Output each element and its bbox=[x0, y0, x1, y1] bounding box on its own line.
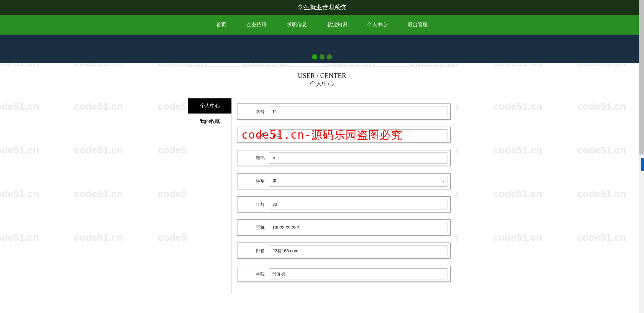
field-student-id: 学号 bbox=[237, 103, 451, 120]
label-phone: 手机 bbox=[240, 225, 269, 231]
section-header: USER / CENTER 个人中心 bbox=[188, 66, 456, 93]
carousel-dot-3[interactable] bbox=[327, 54, 332, 60]
label-password: 密码 bbox=[240, 155, 269, 161]
field-email: 邮箱 bbox=[237, 242, 451, 259]
input-college[interactable] bbox=[269, 268, 447, 279]
input-phone[interactable] bbox=[269, 222, 447, 233]
carousel-dot-2[interactable] bbox=[319, 54, 325, 60]
input-name[interactable] bbox=[269, 129, 447, 140]
label-name: 姓名 bbox=[240, 132, 269, 138]
field-phone: 手机 bbox=[237, 219, 451, 236]
carousel-dots bbox=[312, 54, 332, 60]
section-title-cn: 个人中心 bbox=[188, 80, 456, 88]
label-age: 年龄 bbox=[240, 202, 269, 208]
field-age: 年龄 bbox=[237, 196, 451, 213]
input-email[interactable] bbox=[269, 245, 447, 256]
label-college: 学院 bbox=[240, 271, 269, 277]
sidebar-item-favorites[interactable]: 我的收藏 bbox=[188, 114, 231, 129]
field-gender: 性别 bbox=[237, 173, 451, 189]
input-age[interactable] bbox=[269, 199, 447, 210]
section-title-en: USER / CENTER bbox=[188, 72, 456, 80]
label-student-id: 学号 bbox=[240, 109, 269, 115]
sidebar-item-profile[interactable]: 个人中心 bbox=[188, 98, 231, 114]
field-password: 密码 bbox=[237, 150, 451, 166]
nav-job-info[interactable]: 求职信息 bbox=[277, 15, 317, 35]
input-student-id[interactable] bbox=[269, 106, 447, 117]
scrollbar[interactable] bbox=[639, 0, 644, 294]
system-title: 学生就业管理系统 bbox=[0, 0, 644, 15]
label-email: 邮箱 bbox=[240, 248, 269, 254]
carousel-dot-1[interactable] bbox=[312, 54, 318, 60]
nav-company-recruit[interactable]: 企业招聘 bbox=[236, 15, 277, 35]
main-nav: 首页 企业招聘 求职信息 就业知识 个人中心 后台管理 bbox=[0, 15, 644, 35]
sidebar: 个人中心 我的收藏 bbox=[188, 98, 232, 294]
scroll-thumb[interactable] bbox=[639, 0, 644, 154]
nav-employment-knowledge[interactable]: 就业知识 bbox=[317, 15, 357, 35]
edge-indicator bbox=[641, 158, 644, 171]
field-name: 姓名 bbox=[237, 127, 451, 143]
input-password[interactable] bbox=[269, 152, 447, 164]
select-gender[interactable] bbox=[269, 176, 447, 187]
banner bbox=[0, 35, 644, 63]
nav-home[interactable]: 首页 bbox=[206, 15, 236, 35]
form-area: 学号 姓名 密码 性别 年龄 手机 bbox=[232, 98, 456, 294]
label-gender: 性别 bbox=[240, 178, 269, 184]
nav-admin[interactable]: 后台管理 bbox=[397, 15, 438, 35]
field-college: 学院 bbox=[237, 266, 451, 282]
nav-user-center[interactable]: 个人中心 bbox=[357, 15, 397, 35]
